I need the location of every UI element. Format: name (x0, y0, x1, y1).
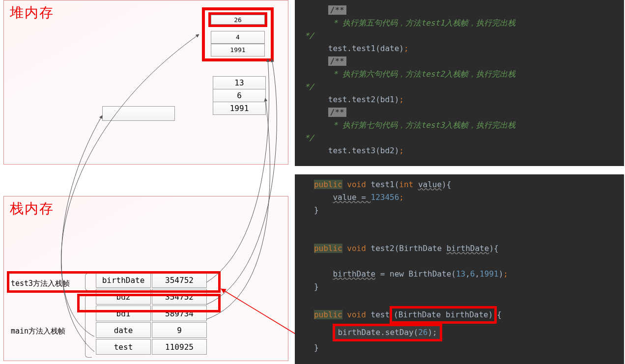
heap-object-1-day-highlight: 26 (208, 12, 267, 27)
heap-obj1-month: 4 (211, 31, 265, 44)
heap-obj2-month: 6 (213, 89, 266, 102)
code-editor-top: /** * 执行第五句代码，方法test1入栈帧，执行完出栈 */ test.t… (295, 0, 624, 166)
code-block: public void test1(int value){ value = 12… (295, 174, 624, 358)
highlight-test3-signature: (BirthDate birthDate) (390, 306, 497, 324)
table-row: test110925 (96, 339, 207, 355)
highlight-bd2-row (77, 294, 221, 312)
code-block: /** * 执行第五句代码，方法test1入栈帧，执行完出栈 */ test.t… (295, 0, 624, 161)
highlight-setday-call: birthDate.setDay(26); (333, 324, 442, 341)
table-row: date9 (96, 322, 207, 338)
frame-label-main: main方法入栈帧 (11, 327, 65, 336)
heap-obj2-day: 13 (213, 76, 266, 89)
heap-object-2: 13 6 1991 (213, 77, 266, 115)
stack-memory-area: 栈内存 test3方法入栈帧 main方法入栈帧 birthDate354752… (3, 196, 288, 361)
heap-object-1-highlight: 26 4 1991 (202, 7, 274, 61)
code-editor-bottom: public void test1(int value){ value = 12… (295, 174, 624, 364)
heap-obj2-year: 1991 (213, 102, 266, 115)
heap-memory-area: 堆内存 26 4 1991 13 6 1991 (3, 0, 288, 165)
stack-title: 栈内存 (4, 196, 288, 221)
heap-test-object (102, 106, 175, 121)
heap-obj1-year: 1991 (211, 44, 265, 56)
heap-obj1-day: 26 (211, 15, 265, 25)
highlight-birthdate-row (7, 271, 221, 293)
